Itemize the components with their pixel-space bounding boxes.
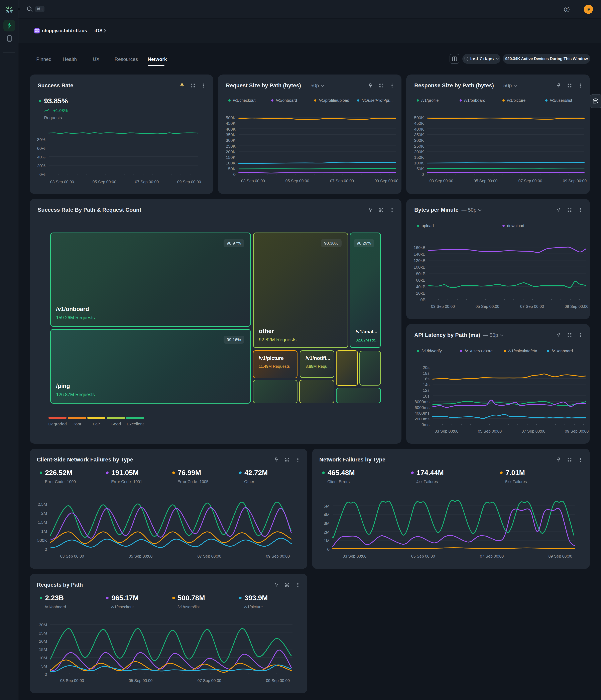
- svg-text:03 Sep 00:00: 03 Sep 00:00: [60, 678, 84, 683]
- svg-text:40kB: 40kB: [416, 284, 426, 289]
- svg-text:80kB: 80kB: [416, 271, 426, 276]
- svg-text:09 Sep 00:00: 09 Sep 00:00: [177, 180, 201, 184]
- svg-text:3M: 3M: [324, 521, 329, 526]
- svg-text:500K: 500K: [37, 538, 47, 543]
- svg-text:15M: 15M: [39, 647, 47, 652]
- svg-text:12s: 12s: [423, 388, 429, 393]
- svg-text:05 Sep 00:00: 05 Sep 00:00: [474, 179, 498, 183]
- svg-text:350K: 350K: [226, 132, 235, 137]
- svg-text:05 Sep 00:00: 05 Sep 00:00: [129, 554, 153, 558]
- svg-text:2000ms: 2000ms: [415, 417, 429, 421]
- svg-text:05 Sep 00:00: 05 Sep 00:00: [93, 180, 117, 184]
- svg-text:07 Sep 00:00: 07 Sep 00:00: [480, 554, 504, 558]
- svg-text:2M: 2M: [324, 530, 329, 534]
- svg-text:03 Sep 00:00: 03 Sep 00:00: [435, 429, 458, 433]
- svg-text:03 Sep 00:00: 03 Sep 00:00: [60, 554, 84, 558]
- svg-text:4M: 4M: [324, 512, 329, 517]
- svg-text:?: ?: [566, 8, 568, 11]
- svg-text:09 Sep 00:00: 09 Sep 00:00: [266, 678, 290, 683]
- svg-text:03 Sep 00:00: 03 Sep 00:00: [50, 180, 74, 184]
- svg-text:350K: 350K: [414, 132, 424, 137]
- svg-text:20kB: 20kB: [416, 291, 426, 295]
- svg-text:1.5M: 1.5M: [37, 520, 47, 525]
- svg-text:03 Sep 00:00: 03 Sep 00:00: [429, 179, 453, 183]
- svg-text:30M: 30M: [39, 623, 47, 627]
- svg-text:09 Sep 00:00: 09 Sep 00:00: [266, 554, 290, 558]
- svg-text:200K: 200K: [414, 149, 424, 154]
- svg-text:07 Sep 00:00: 07 Sep 00:00: [135, 180, 159, 184]
- svg-text:200K: 200K: [226, 149, 235, 154]
- svg-text:100K: 100K: [414, 160, 424, 165]
- svg-text:50K: 50K: [417, 167, 424, 171]
- svg-text:100kB: 100kB: [414, 265, 426, 269]
- svg-text:16s: 16s: [423, 377, 429, 381]
- svg-text:160kB: 160kB: [414, 245, 426, 250]
- svg-text:14s: 14s: [423, 382, 429, 387]
- svg-text:0%: 0%: [40, 172, 46, 177]
- svg-text:07 Sep 00:00: 07 Sep 00:00: [522, 429, 546, 433]
- svg-text:400K: 400K: [414, 127, 424, 131]
- svg-text:120kB: 120kB: [414, 258, 426, 263]
- svg-text:0: 0: [422, 172, 424, 177]
- svg-text:05 Sep 00:00: 05 Sep 00:00: [478, 429, 502, 433]
- svg-text:09 Sep 00:00: 09 Sep 00:00: [563, 179, 587, 183]
- svg-text:03 Sep 00:00: 03 Sep 00:00: [431, 304, 455, 309]
- svg-text:09 Sep 00:00: 09 Sep 00:00: [565, 429, 589, 433]
- svg-text:150K: 150K: [226, 155, 235, 159]
- svg-text:250K: 250K: [226, 144, 235, 148]
- svg-text:05 Sep 00:00: 05 Sep 00:00: [411, 554, 435, 558]
- svg-text:10M: 10M: [39, 655, 47, 660]
- svg-text:500K: 500K: [226, 115, 235, 120]
- svg-text:09 Sep 00:00: 09 Sep 00:00: [565, 304, 589, 309]
- svg-text:0: 0: [45, 672, 47, 677]
- svg-text:6000ms: 6000ms: [415, 405, 429, 410]
- svg-text:09 Sep 00:00: 09 Sep 00:00: [549, 554, 572, 558]
- svg-text:0: 0: [327, 547, 329, 552]
- svg-text:03 Sep 00:00: 03 Sep 00:00: [343, 554, 367, 558]
- svg-text:4000ms: 4000ms: [415, 411, 429, 416]
- svg-text:1M: 1M: [41, 529, 47, 533]
- svg-text:2M: 2M: [41, 511, 47, 516]
- svg-text:10s: 10s: [423, 394, 429, 398]
- svg-text:0B: 0B: [420, 297, 426, 302]
- svg-text:300K: 300K: [414, 138, 424, 143]
- svg-text:20%: 20%: [37, 164, 46, 168]
- svg-text:1M: 1M: [324, 539, 329, 543]
- svg-text:150K: 150K: [414, 155, 424, 159]
- svg-text:0ms: 0ms: [422, 422, 429, 427]
- svg-text:100K: 100K: [226, 160, 235, 165]
- svg-text:60%: 60%: [37, 146, 46, 151]
- svg-text:300K: 300K: [226, 138, 235, 143]
- svg-text:40%: 40%: [37, 155, 46, 159]
- svg-text:05 Sep 00:00: 05 Sep 00:00: [285, 179, 309, 183]
- svg-text:03 Sep 00:00: 03 Sep 00:00: [241, 179, 265, 183]
- svg-text:09 Sep 00:00: 09 Sep 00:00: [375, 179, 398, 183]
- svg-text:05 Sep 00:00: 05 Sep 00:00: [476, 304, 499, 309]
- svg-text:20s: 20s: [423, 365, 429, 370]
- svg-text:05 Sep 00:00: 05 Sep 00:00: [129, 678, 153, 683]
- svg-text:25M: 25M: [39, 631, 47, 635]
- svg-text:450K: 450K: [414, 121, 424, 126]
- svg-text:140kB: 140kB: [414, 252, 426, 256]
- svg-text:5M: 5M: [324, 504, 329, 508]
- svg-text:80%: 80%: [37, 137, 46, 142]
- svg-text:500K: 500K: [414, 115, 424, 120]
- svg-text:450K: 450K: [226, 121, 235, 126]
- svg-text:07 Sep 00:00: 07 Sep 00:00: [198, 554, 221, 558]
- svg-text:5M: 5M: [41, 664, 47, 668]
- svg-text:50K: 50K: [228, 167, 235, 171]
- svg-text:250K: 250K: [414, 144, 424, 148]
- svg-text:8000ms: 8000ms: [415, 399, 429, 404]
- svg-text:0: 0: [233, 172, 235, 177]
- svg-text:07 Sep 00:00: 07 Sep 00:00: [198, 678, 221, 683]
- svg-text:60kB: 60kB: [416, 278, 426, 282]
- svg-text:07 Sep 00:00: 07 Sep 00:00: [520, 304, 544, 309]
- svg-text:0: 0: [45, 547, 47, 552]
- svg-text:2.5M: 2.5M: [37, 502, 47, 506]
- svg-text:20M: 20M: [39, 639, 47, 644]
- svg-text:18s: 18s: [423, 371, 429, 376]
- svg-text:07 Sep 00:00: 07 Sep 00:00: [519, 179, 542, 183]
- svg-text:07 Sep 00:00: 07 Sep 00:00: [330, 179, 354, 183]
- svg-text:400K: 400K: [226, 127, 235, 131]
